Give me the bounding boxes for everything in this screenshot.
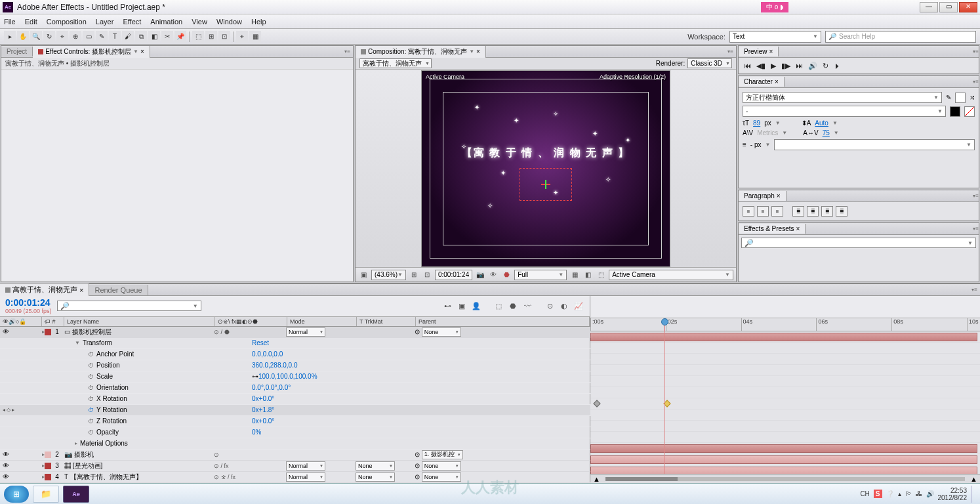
comp-mini-flow-icon[interactable]: ⊷ — [441, 300, 453, 312]
zoom-tool-icon[interactable]: 🔍 — [30, 31, 42, 43]
no-color-swatch[interactable] — [964, 106, 975, 117]
justify-center-icon[interactable]: ≣ — [807, 206, 819, 217]
snap-icon[interactable]: ⌖ — [236, 31, 248, 43]
preview-tab[interactable]: Preview × — [739, 47, 779, 56]
tray-clock[interactable]: 22:53 2012/8/22 — [938, 487, 968, 501]
start-button[interactable]: ⊞ — [4, 486, 29, 503]
col-trkmat[interactable]: T TrkMat — [357, 317, 416, 326]
stroke-color-swatch[interactable] — [950, 106, 960, 117]
position-value[interactable]: 360.0,288.0,0.0 — [252, 362, 298, 369]
panel-menu-icon[interactable]: ▾≡ — [725, 49, 736, 54]
stopwatch-icon[interactable]: ⏱ — [88, 362, 94, 369]
panel-menu-icon[interactable]: ▾≡ — [973, 193, 979, 199]
layer-row[interactable]: 👁▸4T 【寓教于情、润物无声】⊙ ※ / fxNormalNone⊙ None — [0, 472, 590, 483]
y-rotation-value[interactable]: 0x+1.8° — [252, 406, 274, 413]
auto-keyframe-icon[interactable]: ◐ — [558, 300, 570, 312]
last-frame-icon[interactable]: ⏭ — [796, 62, 803, 70]
motion-blur-icon[interactable]: ⬣ — [507, 300, 519, 312]
frame-blend-icon[interactable]: ⬚ — [493, 300, 504, 312]
magnification-select[interactable]: (43.6%) ▼ — [371, 270, 406, 280]
timeline-comp-tab[interactable]: 寓教于情、润物无声 × — [0, 284, 89, 296]
justify-left-icon[interactable]: ≣ — [792, 206, 804, 217]
3d-view-icon[interactable]: ⬚ — [596, 270, 606, 280]
search-help-input[interactable]: 🔎Search Help — [825, 31, 976, 43]
parent-select[interactable]: 1. 摄影机控 — [422, 450, 463, 459]
swap-colors-icon[interactable]: ⤭ — [970, 94, 975, 101]
loop-icon[interactable]: ↻ — [823, 62, 828, 70]
transform-reset[interactable]: Reset — [252, 339, 269, 346]
close-button[interactable]: ✕ — [959, 2, 977, 12]
grid-icon[interactable]: ⊡ — [422, 270, 432, 280]
show-snapshot-icon[interactable]: 👁 — [488, 270, 499, 280]
resolution-icon[interactable]: ⊞ — [409, 270, 419, 280]
mask-icon[interactable]: ◧ — [582, 270, 593, 280]
hand-tool-icon[interactable]: ✋ — [17, 31, 29, 43]
blend-mode-select[interactable]: Normal — [286, 461, 325, 471]
font-family-select[interactable]: 方正行楷简体▼ — [743, 92, 942, 103]
col-mode[interactable]: Mode — [287, 317, 357, 326]
transform-gizmo[interactable] — [520, 168, 572, 201]
menu-edit[interactable]: Edit — [25, 18, 37, 26]
time-ruler[interactable]: :00s 02s 04s 06s 08s 10s — [590, 318, 980, 331]
render-queue-tab[interactable]: Render Queue — [89, 285, 148, 295]
tray-help-icon[interactable]: ❔ — [886, 490, 894, 497]
blend-mode-select[interactable]: Normal — [286, 327, 325, 337]
snapshot-icon[interactable]: 📷 — [475, 270, 485, 280]
tray-arrow-icon[interactable]: ▴ — [898, 490, 901, 497]
rect-tool-icon[interactable]: ▭ — [83, 31, 94, 43]
clone-tool-icon[interactable]: ⧉ — [135, 31, 147, 43]
stopwatch-icon[interactable]: ⏱ — [88, 351, 94, 358]
composition-viewer[interactable]: Active Camera Adaptive Resolution (1/2) … — [356, 70, 736, 267]
tray-flag-icon[interactable]: 🏳 — [905, 490, 912, 497]
fill-color-swatch[interactable] — [955, 93, 966, 103]
prev-frame-icon[interactable]: ◀▮ — [756, 62, 766, 70]
sogou-icon[interactable]: S — [874, 490, 882, 498]
brainstorm-icon[interactable]: ⊙ — [544, 300, 556, 312]
panel-menu-icon[interactable]: ▾≡ — [342, 49, 353, 54]
local-axis-icon[interactable]: ⬚ — [192, 31, 204, 43]
menu-layer[interactable]: Layer — [96, 18, 114, 26]
align-right-icon[interactable]: ≡ — [771, 206, 783, 217]
keyframe-icon[interactable] — [593, 400, 600, 407]
anchor-point-value[interactable]: 0.0,0.0,0.0 — [252, 350, 283, 358]
tray-lang[interactable]: CH — [860, 490, 869, 497]
menu-help[interactable]: Help — [251, 18, 266, 26]
composition-tab[interactable]: Composition: 寓教于情、润物无声▼× — [356, 46, 486, 58]
after-effects-task-icon[interactable]: Ae — [63, 486, 89, 503]
time-navigator[interactable] — [605, 477, 965, 481]
x-rotation-value[interactable]: 0x+0.0° — [252, 395, 274, 402]
layer-row[interactable]: 👁▸2📷 摄影机⊙⊙ 1. 摄影机控 — [0, 450, 590, 461]
kerning-value[interactable]: Metrics — [757, 129, 778, 136]
workspace-select[interactable]: Text▼ — [729, 31, 821, 43]
opacity-value[interactable]: 0% — [252, 429, 261, 436]
tray-network-icon[interactable]: 🖧 — [916, 490, 922, 497]
font-size-value[interactable]: 89 — [753, 119, 760, 127]
channel-icon[interactable]: ⬣ — [501, 270, 512, 280]
menu-composition[interactable]: Composition — [47, 18, 87, 26]
paragraph-tab[interactable]: Paragraph × — [739, 191, 786, 201]
tray-volume-icon[interactable]: 🔊 — [926, 490, 934, 497]
font-style-select[interactable]: -▼ — [743, 106, 946, 117]
selection-tool-icon[interactable]: ▸ — [4, 31, 16, 43]
scale-value[interactable]: 100.0,100.0,100.0% — [258, 373, 317, 380]
tracking-value[interactable]: 75 — [823, 129, 830, 136]
puppet-tool-icon[interactable]: 📌 — [174, 31, 186, 43]
next-frame-icon[interactable]: ▮▶ — [781, 62, 790, 70]
menu-window[interactable]: Window — [216, 18, 242, 26]
menu-file[interactable]: File — [4, 18, 16, 26]
eraser-tool-icon[interactable]: ◧ — [148, 31, 160, 43]
text-tool-icon[interactable]: T — [109, 31, 121, 43]
pan-behind-tool-icon[interactable]: ⊕ — [70, 31, 81, 43]
blend-mode-select[interactable]: Normal — [286, 472, 325, 482]
project-tab[interactable]: Project — [1, 47, 33, 56]
col-layer-name[interactable]: Layer Name — [64, 317, 215, 326]
roto-tool-icon[interactable]: ✂ — [161, 31, 173, 43]
stopwatch-icon[interactable]: ⏱ — [88, 385, 94, 391]
rotate-tool-icon[interactable]: ↻ — [43, 31, 55, 43]
menu-effect[interactable]: Effect — [123, 18, 141, 26]
constrain-icon[interactable]: ⊶ — [252, 373, 258, 380]
col-parent[interactable]: Parent — [416, 317, 590, 326]
resolution-select[interactable]: Full ▼ — [514, 270, 567, 280]
timeline-timecode[interactable]: 0:00:01:24 — [5, 297, 52, 308]
menu-view[interactable]: View — [192, 18, 207, 26]
